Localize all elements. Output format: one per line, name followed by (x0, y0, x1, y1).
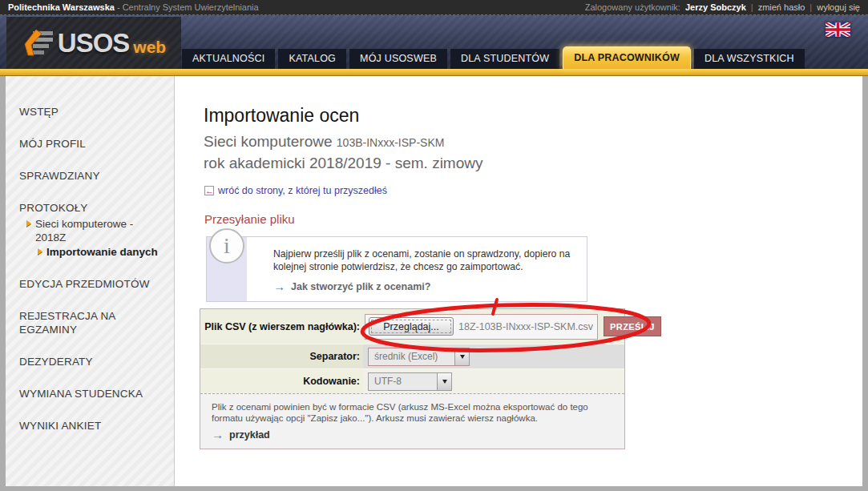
arrow-icon: → (212, 430, 224, 440)
tab-aktualnosci[interactable]: AKTUALNOŚCI (182, 49, 275, 69)
separator: | (751, 0, 753, 14)
user-session-info: Zalogowany użytkownik: Jerzy Sobczyk | z… (585, 0, 860, 14)
back-link[interactable]: ← wróć do strony, z której tu przyszedłe… (204, 185, 387, 196)
usosweb-page: Politechnika Warszawska - Centralny Syst… (0, 0, 868, 491)
encoding-label: Kodowanie: (200, 369, 363, 393)
arrow-icon: → (273, 282, 285, 292)
back-link-label: wróć do strony, z której tu przyszedłeś (218, 185, 387, 196)
sidebar-subitem-importowanie-danych[interactable]: Importowanie danych (38, 245, 174, 259)
university-name: Politechnika Warszawska (8, 2, 115, 12)
browse-button[interactable]: Przeglądaj... (369, 317, 454, 336)
sidebar-item-edycja-przedmiotow[interactable]: EDYCJA PRZEDMIOTÓW (19, 277, 174, 291)
logout-link[interactable]: wyloguj się (817, 0, 860, 14)
usos-logo-icon (22, 29, 54, 58)
top-system-bar: Politechnika Warszawska - Centralny Syst… (0, 0, 868, 14)
sidebar-item-wstep[interactable]: WSTĘP (19, 105, 174, 119)
language-flag-en-icon[interactable] (826, 22, 850, 37)
logo-text-web: web (133, 38, 166, 57)
course-name: Sieci komputerowe (204, 133, 333, 150)
example-link-label: przykład (229, 429, 270, 441)
academic-year: rok akademicki 2018/2019 - sem. zimowy (204, 153, 862, 174)
file-input[interactable]: Przeglądaj... 18Z-103B-INxxx-ISP-SKM.csv (365, 314, 598, 340)
section-heading: Przesyłanie pliku (204, 212, 862, 226)
sidebar-item-sprawdziany[interactable]: SPRAWDZIANY (19, 169, 174, 183)
main-nav-tabs: AKTUALNOŚCI KATALOG MÓJ USOSWEB DLA STUD… (182, 46, 805, 69)
dropdown-arrow-icon (437, 373, 451, 390)
site-header: USOSweb AKTUALNOŚCI KATALOG MÓJ USOSWEB … (0, 14, 868, 69)
encoding-select[interactable]: UTF-8 (368, 372, 452, 391)
encoding-row: Kodowanie: UTF-8 (200, 368, 624, 393)
triangle-bullet-icon (26, 220, 31, 227)
sidebar-item-protokoly[interactable]: PROTOKOŁY (19, 201, 174, 215)
separator-select[interactable]: średnik (Excel) (368, 348, 470, 366)
gold-accent-bar (0, 69, 868, 76)
encoding-control-cell: UTF-8 (363, 369, 624, 393)
change-password-link[interactable]: zmień hasło (758, 0, 805, 14)
dropdown-arrow-icon (454, 348, 469, 365)
submit-button[interactable]: PRZEŚLIJ (604, 316, 661, 336)
file-label: Plik CSV (z wierszem nagłówka): (200, 321, 363, 332)
sidebar-subitem-label: Sieci komputerowe - 2018Z (35, 217, 149, 244)
sidebar-nav: WSTĘP MÓJ PROFIL SPRAWDZIANY PROTOKOŁY S… (6, 76, 175, 486)
tab-dla-pracownikow[interactable]: DLA PRACOWNIKÓW (563, 46, 691, 69)
main-content: Importowanie ocen Sieci komputerowe 103B… (175, 76, 862, 486)
tab-dla-studentow[interactable]: DLA STUDENTÓW (450, 49, 559, 69)
separator-label: Separator: (200, 344, 363, 368)
triangle-bullet-icon (38, 248, 42, 255)
upload-form: Plik CSV (z wierszem nagłówka): Przegląd… (200, 308, 625, 449)
logged-user-name: Jerzy Sobczyk (685, 0, 746, 14)
usosweb-logo[interactable]: USOSweb (6, 17, 181, 69)
logo-text-usos: USOS (58, 28, 130, 58)
separator-selected-value: średnik (Excel) (369, 348, 454, 365)
example-link[interactable]: → przykład (212, 429, 270, 441)
back-arrow-icon: ← (204, 186, 214, 195)
course-subtitle: Sieci komputerowe 103B-INxxx-ISP-SKM rok… (204, 131, 862, 174)
tab-katalog[interactable]: KATALOG (278, 49, 346, 69)
page-title: Importowanie ocen (204, 105, 862, 127)
info-text: Najpierw prześlij plik z ocenami, zostan… (273, 248, 577, 273)
sidebar-item-rejestracja-na-egzaminy[interactable]: REJESTRACJA NA EGZAMINY (19, 309, 155, 336)
system-subtitle: - Centralny System Uwierzytelniania (115, 2, 259, 12)
logged-user-label: Zalogowany użytkownik: (585, 0, 680, 14)
how-to-create-file-label: Jak stworzyć plik z ocenami? (291, 280, 430, 293)
sidebar-subitem-label: Importowanie danych (46, 245, 158, 259)
sidebar-item-wyniki-ankiet[interactable]: WYNIKI ANKIET (19, 419, 174, 433)
info-box-content: Najpierw prześlij plik z ocenami, zostan… (247, 237, 587, 301)
encoding-selected-value: UTF-8 (369, 373, 437, 390)
separator-row: Separator: średnik (Excel) (200, 344, 624, 368)
info-box: i Najpierw prześlij plik z ocenami, zost… (206, 236, 587, 302)
sidebar-subitem-sieci-komputerowe[interactable]: Sieci komputerowe - 2018Z (26, 217, 174, 244)
sidebar-item-moj-profil[interactable]: MÓJ PROFIL (19, 137, 174, 151)
how-to-create-file-link[interactable]: → Jak stworzyć plik z ocenami? (273, 280, 430, 293)
tab-dla-wszystkich[interactable]: DLA WSZYSTKICH (694, 49, 805, 69)
separator: | (809, 0, 812, 14)
system-name: Politechnika Warszawska - Centralny Syst… (8, 0, 259, 14)
sidebar-item-dezyderaty[interactable]: DEZYDERATY (19, 355, 174, 368)
course-code: 103B-INxxx-ISP-SKM (337, 136, 445, 149)
tab-moj-usosweb[interactable]: MÓJ USOSWEB (349, 49, 447, 69)
separator-control-cell: średnik (Excel) (363, 344, 624, 368)
form-note: Plik z ocenami powinien być w formacie C… (200, 393, 624, 449)
form-note-text: Plik z ocenami powinien być w formacie C… (212, 401, 591, 424)
file-row: Plik CSV (z wierszem nagłówka): Przegląd… (200, 309, 624, 344)
page-body: WSTĘP MÓJ PROFIL SPRAWDZIANY PROTOKOŁY S… (0, 76, 868, 491)
sidebar-item-wymiana-studencka[interactable]: WYMIANA STUDENCKA (19, 387, 174, 400)
info-icon: i (209, 228, 244, 264)
file-name-value: 18Z-103B-INxxx-ISP-SKM.csv (458, 321, 593, 332)
